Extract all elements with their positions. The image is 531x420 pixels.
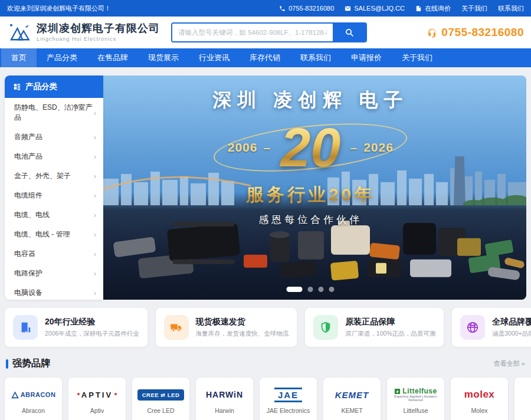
header: 深圳凌创辉电子有限公司 Lingchuang Hui Electronics 0… [0,17,531,48]
brand-name: KEMET [341,407,362,414]
nav-item-consignment[interactable]: 库存代销 [240,48,290,67]
category-sidebar: 产品分类 防静电、ESD、洁净室产品› 音频产品› 电池产品› 盒子、外壳、架子… [5,76,103,300]
building-icon [13,315,38,340]
banner-anniversary: 2006 – 20 – 2026 [145,114,476,181]
brand-card-aptiv[interactable]: APTIV Aptiv [68,378,126,420]
brand-card-partial[interactable] [514,378,531,420]
chevron-right-icon: › [94,191,96,200]
category-item-computer-equipment[interactable]: 电脑设备› [5,283,103,300]
feature-global-brands: 全球品牌覆盖 涵盖3000+品牌，百万种型号 [452,308,531,347]
category-label: 电缆、电线 - 管理 [14,229,70,239]
topbar-email-text: SALES@LJQ.CC [354,5,405,12]
category-item-cables-wires[interactable]: 电缆、电线› [5,205,103,225]
hero-banner[interactable]: 深圳 凌创辉 电子 2006 – 20 – 2026 服务行业20年 感恩每位合… [103,76,526,300]
brand-card-molex[interactable]: molex Molex [451,378,508,420]
globe-icon [460,315,485,340]
nav-item-news[interactable]: 行业资讯 [189,48,240,67]
category-item-cable-assemblies[interactable]: 电缆组件› [5,186,103,205]
topbar-email[interactable]: SALES@LJQ.CC [345,5,405,12]
nav-item-about[interactable]: 关于我们 [392,48,442,67]
category-label: 电池产品 [14,152,42,162]
brand-card-jae[interactable]: JAE JAE Electronics [260,378,317,420]
banner-subtitle: 服务行业20年 [145,183,476,207]
feature-desc: 2006年成立，深耕电子元器件行业 [45,330,139,338]
chevron-right-icon: › [94,230,96,239]
category-item-boxes[interactable]: 盒子、外壳、架子› [5,166,103,186]
brand-name: Harwin [215,407,234,414]
feature-genuine: 原装正品保障 原厂渠道，100%正品，品质可溯 [305,308,444,347]
category-label: 电缆、电线 [14,210,50,220]
brand-name: Cree LED [147,407,174,414]
brand-name: Littelfuse [403,407,428,414]
chevron-right-icon: › [94,269,96,278]
category-label: 电容器 [14,249,35,259]
feature-desc: 海量库存，发货速度快、全球物流 [196,330,289,338]
hotline-number: 0755-83216080 [441,26,524,39]
nav-item-home[interactable]: 首页 [1,48,37,67]
brand-card-littelfuse[interactable]: Littelfuse Expertise Applied | Answers D… [387,378,444,420]
chevron-right-icon: › [94,172,96,181]
view-all-link[interactable]: 查看全部 » [494,359,525,368]
feature-title: 全球品牌覆盖 [492,317,531,327]
brand-card-harwin[interactable]: HARWiN Harwin [196,378,253,420]
nav-item-quote[interactable]: 申请报价 [341,48,392,67]
carousel-dot-4[interactable] [329,287,335,292]
carousel-dot-3[interactable] [319,287,324,292]
chevron-right-icon: › [94,211,96,219]
search-input[interactable] [172,24,333,41]
logo-mark-icon [7,22,32,43]
cree-led-logo: CREE ⇄ LED [137,389,185,401]
brand-logo-text: ABRACON [21,391,56,398]
topbar-link-about-label: 关于我们 [461,4,487,13]
feature-title: 20年行业经验 [45,317,139,327]
topbar-link-inquiry[interactable]: 在线询价 [415,4,451,13]
brand-card-abracon[interactable]: ABRACON Abracon [5,378,62,420]
company-logo[interactable]: 深圳凌创辉电子有限公司 Lingchuang Hui Electronics [7,22,171,43]
molex-logo: molex [464,386,495,403]
mail-icon [345,5,351,12]
category-item-battery[interactable]: 电池产品› [5,147,103,166]
category-item-capacitors[interactable]: 电容器› [5,244,103,264]
hotline: 0755-83216080 [427,26,524,39]
category-label: 盒子、外壳、架子 [14,171,71,181]
topbar-phone: 0755-83216080 [279,5,334,12]
search-button[interactable] [333,24,366,41]
feature-desc: 涵盖3000+品牌，百万种型号 [492,330,531,338]
topbar-link-inquiry-label: 在线询价 [425,4,451,13]
search-bar [171,22,367,42]
carousel-dot-1[interactable] [287,287,303,292]
harwin-logo: HARWiN [206,386,243,403]
topbar-link-about[interactable]: 关于我们 [461,4,487,13]
welcome-text: 欢迎来到深圳凌创辉电子有限公司！ [7,4,111,13]
chevron-right-icon: › [94,109,96,117]
category-item-cable-management[interactable]: 电缆、电线 - 管理› [5,225,103,244]
shield-icon [313,315,338,340]
category-item-esd[interactable]: 防静电、ESD、洁净室产品› [5,98,103,127]
category-item-circuit-protection[interactable]: 电路保护› [5,264,103,283]
document-icon [415,5,422,12]
topbar-link-contact[interactable]: 联系我们 [498,4,524,13]
main-nav: 首页 产品分类 在售品牌 现货展示 行业资讯 库存代销 联系我们 申请报价 关于… [0,48,531,67]
nav-item-contact[interactable]: 联系我们 [290,48,341,67]
topbar-link-contact-label: 联系我们 [498,4,524,13]
littelfuse-logo: Littelfuse Expertise Applied | Answers D… [387,386,444,403]
feature-fast-shipping: 现货极速发货 海量库存，发货速度快、全球物流 [156,308,297,347]
nav-item-brands[interactable]: 在售品牌 [87,48,138,67]
feature-cards: 20年行业经验 2006年成立，深耕电子元器件行业 现货极速发货 海量库存，发货… [5,308,526,347]
topbar: 欢迎来到深圳凌创辉电子有限公司！ 0755-83216080 SALES@LJQ… [0,0,531,17]
abracon-logo: ABRACON [11,386,56,403]
brand-card-kemet[interactable]: KEMET KEMET [323,378,381,420]
feature-experience: 20年行业经验 2006年成立，深耕电子元器件行业 [5,308,148,347]
brand-card-cree-led[interactable]: CREE ⇄ LED Cree LED [132,378,189,420]
nav-item-stock[interactable]: 现货展示 [138,48,189,67]
banner-text: 深圳 凌创辉 电子 2006 – 20 – 2026 服务行业20年 感恩每位合… [145,87,476,227]
headset-icon [427,27,438,38]
category-item-audio[interactable]: 音频产品› [5,127,103,147]
brands-section-header: 强势品牌 查看全部 » [6,357,525,370]
littelfuse-tagline: Expertise Applied | Answers Delivered [387,395,444,402]
nav-item-categories[interactable]: 产品分类 [37,48,87,67]
carousel-dot-2[interactable] [308,287,313,292]
kemet-logo: KEMET [335,386,369,403]
littelfuse-mark-icon [394,388,401,395]
aptiv-logo: APTIV [77,386,117,403]
